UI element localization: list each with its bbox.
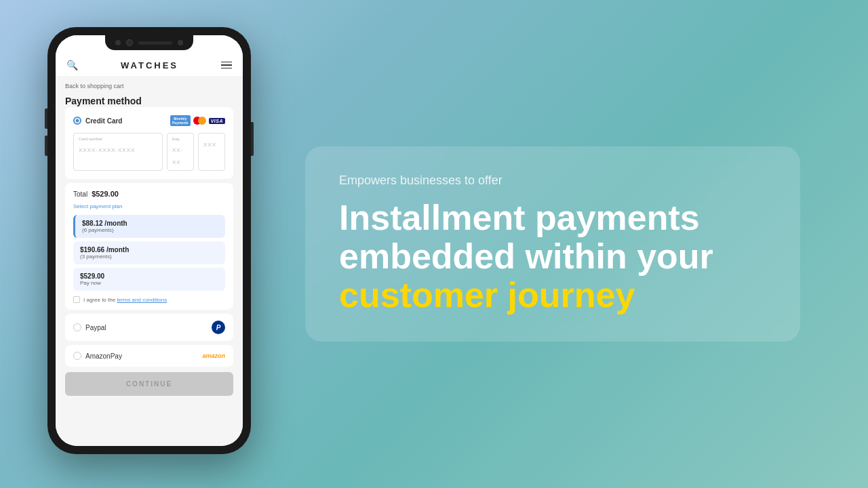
terms-link[interactable]: terms and conditions bbox=[117, 297, 167, 303]
monthly-badge: MonthlyPayments bbox=[170, 115, 191, 126]
amazon-icon: amazon bbox=[202, 352, 225, 359]
credit-card-label: Credit Card bbox=[85, 117, 122, 125]
hero-headline: Installment payments embedded within you… bbox=[339, 199, 766, 315]
card-number-field[interactable]: Card number XXXX-XXXX-XXXX bbox=[73, 133, 163, 171]
mastercard-icon bbox=[193, 117, 206, 125]
plan1-desc: (6 payments) bbox=[82, 227, 218, 233]
search-icon[interactable]: 🔍 bbox=[66, 60, 78, 70]
app-title: WATCHES bbox=[121, 60, 178, 70]
terms-checkbox[interactable] bbox=[73, 296, 80, 303]
plan3-amount: $529.00 bbox=[80, 272, 218, 280]
total-section: Total $529.00 Select payment plan $88.12… bbox=[65, 183, 233, 310]
plan-option-3[interactable]: $529.00 Pay now bbox=[73, 268, 225, 291]
cvv-value: XXX bbox=[203, 142, 216, 148]
total-amount: $529.00 bbox=[92, 190, 119, 198]
phone-mockup: 🔍 WATCHES Back to shopping cart Payment … bbox=[47, 27, 251, 461]
amazonpay-radio[interactable] bbox=[73, 352, 81, 360]
card-fields: Card number XXXX-XXXX-XXXX Exp. XX-XX XX… bbox=[73, 133, 225, 171]
paypal-radio[interactable] bbox=[73, 323, 81, 331]
plan-option-2[interactable]: $190.66 /month (3 payments) bbox=[73, 241, 225, 264]
card-number-value: XXXX-XXXX-XXXX bbox=[79, 147, 135, 153]
paypal-icon: P bbox=[212, 321, 225, 334]
payment-title: Payment method bbox=[65, 96, 142, 106]
exp-field[interactable]: Exp. XX-XX bbox=[167, 133, 194, 171]
amazonpay-row[interactable]: AmazonPay amazon bbox=[65, 345, 233, 367]
menu-icon[interactable] bbox=[221, 62, 232, 69]
credit-card-section: Credit Card MonthlyPayments VISA bbox=[65, 107, 233, 179]
continue-button[interactable]: CONTINUE bbox=[65, 372, 233, 396]
plan2-desc: (3 payments) bbox=[80, 253, 218, 260]
plan-option-1[interactable]: $88.12 /month (6 payments) bbox=[73, 215, 225, 238]
hero-tagline: Empowers businesses to offer bbox=[339, 174, 766, 188]
payment-icons: MonthlyPayments VISA bbox=[170, 115, 225, 126]
terms-text: I agree to the terms and conditions bbox=[83, 297, 167, 303]
plan3-desc: Pay now bbox=[80, 280, 218, 286]
amazonpay-label: AmazonPay bbox=[85, 352, 122, 360]
headline-line3: customer journey bbox=[339, 275, 635, 314]
select-plan-label[interactable]: Select payment plan bbox=[73, 203, 225, 209]
visa-icon: VISA bbox=[209, 118, 225, 124]
terms-row: I agree to the terms and conditions bbox=[73, 296, 225, 303]
exp-value: XX-XX bbox=[172, 147, 183, 165]
plan1-amount: $88.12 /month bbox=[82, 220, 218, 227]
paypal-row[interactable]: Paypal P bbox=[65, 314, 233, 341]
headline-line2: embedded within your bbox=[339, 237, 713, 276]
back-link[interactable]: Back to shopping cart bbox=[65, 83, 233, 89]
cvv-field[interactable]: XXX bbox=[198, 133, 225, 171]
plan2-amount: $190.66 /month bbox=[80, 246, 218, 253]
headline-line1: Installment payments bbox=[339, 198, 700, 237]
hero-text: Empowers businesses to offer Installment… bbox=[251, 146, 827, 342]
app-header: 🔍 WATCHES bbox=[56, 54, 243, 76]
exp-label: Exp. bbox=[172, 137, 189, 141]
paypal-label: Paypal bbox=[85, 324, 106, 331]
screen-content: Back to shopping cart Payment method Cre… bbox=[56, 76, 243, 446]
total-label: Total bbox=[73, 190, 87, 198]
card-number-label: Card number bbox=[79, 137, 157, 141]
text-bg: Empowers businesses to offer Installment… bbox=[305, 146, 800, 342]
credit-card-radio[interactable] bbox=[73, 117, 81, 125]
